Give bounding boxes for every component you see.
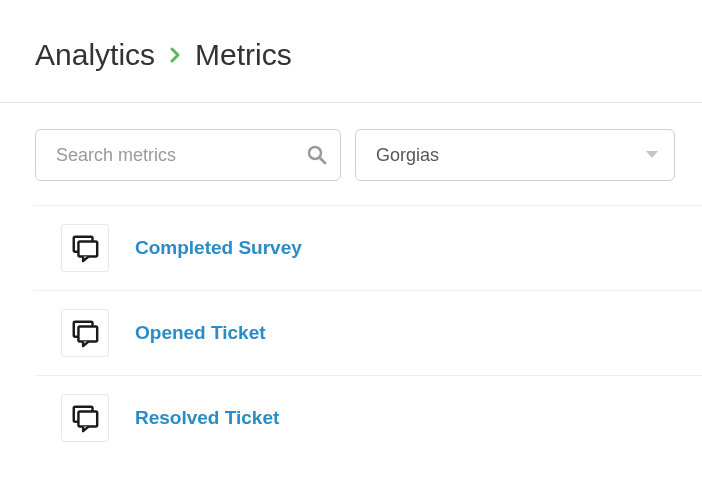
- chevron-right-icon: [169, 47, 181, 63]
- metrics-list: Completed Survey Opened Ticket Resolved …: [0, 205, 702, 460]
- chat-icon: [61, 224, 109, 272]
- integration-select-value: Gorgias: [376, 145, 439, 166]
- list-item-label: Completed Survey: [135, 237, 302, 259]
- list-item-label: Opened Ticket: [135, 322, 266, 344]
- breadcrumb: Analytics Metrics: [35, 38, 667, 72]
- breadcrumb-root[interactable]: Analytics: [35, 38, 155, 72]
- list-item[interactable]: Opened Ticket: [35, 290, 702, 375]
- breadcrumb-current: Metrics: [195, 38, 292, 72]
- list-item[interactable]: Completed Survey: [35, 205, 702, 290]
- svg-rect-5: [78, 326, 97, 341]
- search-field-wrap: [35, 129, 341, 181]
- chat-icon: [61, 394, 109, 442]
- search-input[interactable]: [35, 129, 341, 181]
- list-item[interactable]: Resolved Ticket: [35, 375, 702, 460]
- chat-icon: [61, 309, 109, 357]
- page-header: Analytics Metrics: [0, 0, 702, 102]
- list-item-label: Resolved Ticket: [135, 407, 279, 429]
- svg-rect-7: [78, 411, 97, 426]
- svg-rect-3: [78, 241, 97, 256]
- toolbar: Gorgias: [0, 103, 702, 205]
- caret-down-icon: [645, 150, 659, 160]
- search-icon: [307, 145, 327, 165]
- svg-line-1: [320, 158, 325, 163]
- integration-select[interactable]: Gorgias: [355, 129, 675, 181]
- integration-select-wrap: Gorgias: [355, 129, 675, 181]
